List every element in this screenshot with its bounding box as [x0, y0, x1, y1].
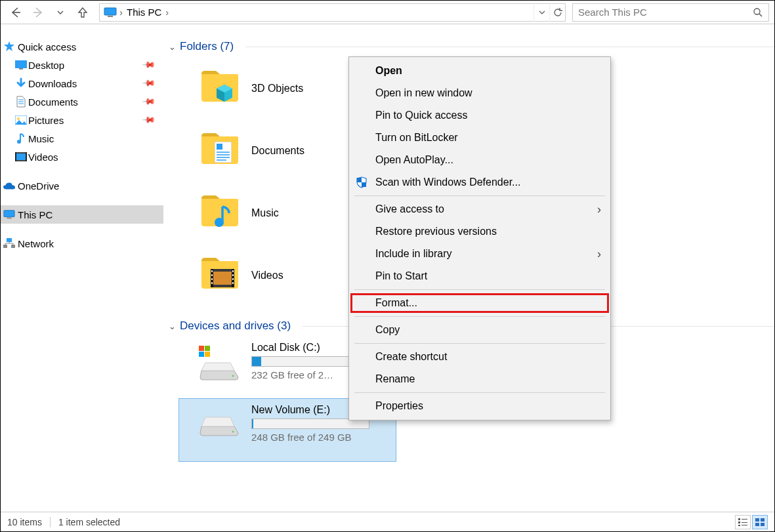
cloud-icon [3, 180, 15, 192]
chevron-right-icon[interactable]: › [119, 7, 123, 18]
svg-point-39 [232, 430, 234, 432]
cm-pin-qa[interactable]: Pin to Quick access [349, 104, 610, 127]
status-bar: 10 items 1 item selected [1, 512, 774, 531]
sidebar-item-videos[interactable]: Videos [1, 148, 163, 166]
chevron-right-icon: › [597, 247, 601, 261]
music-icon [15, 133, 27, 144]
svg-rect-31 [232, 278, 234, 280]
svg-rect-14 [7, 218, 11, 219]
back-button[interactable] [6, 3, 26, 22]
svg-rect-49 [761, 518, 765, 522]
status-item-count: 10 items [7, 517, 42, 527]
svg-rect-42 [738, 518, 740, 520]
svg-rect-44 [738, 522, 740, 523]
sidebar-item-music[interactable]: Music [1, 129, 163, 148]
cm-open[interactable]: Open [349, 60, 610, 82]
svg-rect-5 [19, 68, 23, 70]
sidebar-onedrive[interactable]: OneDrive [1, 176, 163, 195]
forward-button[interactable] [28, 3, 48, 22]
svg-rect-25 [211, 270, 213, 272]
svg-rect-16 [3, 245, 7, 248]
shield-icon [354, 176, 369, 188]
view-details-button[interactable] [735, 515, 751, 529]
svg-rect-36 [199, 352, 204, 357]
svg-rect-40 [357, 178, 362, 182]
svg-rect-35 [205, 346, 210, 351]
svg-rect-12 [26, 152, 27, 161]
address-bar[interactable]: › This PC › [99, 3, 566, 22]
cm-defender[interactable]: Scan with Windows Defender... [349, 171, 610, 194]
folder-icon [200, 256, 240, 295]
sidebar-item-documents[interactable]: Documents 📌 [1, 92, 163, 111]
svg-rect-32 [232, 282, 234, 284]
svg-rect-1 [108, 16, 113, 17]
svg-rect-15 [7, 238, 12, 242]
cm-format[interactable]: Format... [349, 292, 610, 314]
svg-rect-45 [742, 522, 747, 523]
svg-rect-19 [217, 144, 222, 150]
svg-point-20 [215, 218, 224, 227]
sidebar-quick-access[interactable]: Quick access [1, 37, 163, 56]
section-folders[interactable]: ⌄ Folders (7) [169, 40, 774, 53]
svg-rect-29 [232, 270, 234, 272]
address-dropdown[interactable] [534, 3, 549, 22]
svg-rect-27 [211, 278, 213, 280]
pictures-icon [15, 114, 27, 126]
svg-rect-28 [211, 282, 213, 284]
sidebar-item-pictures[interactable]: Pictures 📌 [1, 111, 163, 129]
cm-restore[interactable]: Restore previous versions [349, 220, 610, 243]
up-button[interactable] [73, 3, 93, 22]
sidebar-item-downloads[interactable]: Downloads 📌 [1, 74, 163, 92]
sidebar-item-desktop[interactable]: Desktop 📌 [1, 56, 163, 74]
pin-icon: 📌 [142, 94, 156, 109]
svg-rect-34 [199, 346, 204, 351]
svg-point-2 [754, 9, 760, 14]
search-input[interactable]: Search This PC [572, 3, 769, 22]
folder-icon [200, 131, 240, 171]
svg-rect-47 [742, 525, 747, 525]
svg-rect-46 [738, 525, 740, 526]
svg-rect-51 [761, 523, 765, 526]
sidebar-network[interactable]: Network [1, 234, 163, 253]
download-icon [15, 77, 27, 89]
sidebar-thispc[interactable]: This PC [1, 205, 163, 224]
cm-give-access[interactable]: Give access to› [349, 198, 610, 220]
folder-icon [200, 69, 240, 108]
folder-icon [200, 194, 240, 233]
pin-icon: 📌 [142, 58, 156, 72]
svg-rect-50 [755, 523, 759, 526]
recent-dropdown[interactable] [51, 3, 70, 22]
svg-point-8 [17, 140, 21, 144]
refresh-button[interactable] [549, 3, 565, 22]
cm-rename[interactable]: Rename [349, 368, 610, 390]
navigation-pane: Quick access Desktop 📌 Downloads 📌 Docum… [1, 24, 163, 512]
svg-rect-10 [16, 153, 26, 160]
address-location[interactable]: This PC [124, 7, 164, 18]
chevron-down-icon: ⌄ [169, 42, 176, 52]
search-icon [753, 7, 763, 18]
thispc-icon [102, 5, 118, 20]
videos-icon [15, 151, 27, 163]
pin-icon: 📌 [142, 113, 156, 127]
svg-rect-41 [362, 182, 366, 187]
cm-autoplay[interactable]: Open AutoPlay... [349, 149, 610, 171]
cm-pin-start[interactable]: Pin to Start [349, 265, 610, 287]
view-tiles-button[interactable] [752, 515, 768, 529]
cm-bitlocker[interactable]: Turn on BitLocker [349, 127, 610, 149]
svg-point-7 [17, 117, 20, 120]
cm-copy[interactable]: Copy [349, 319, 610, 341]
svg-line-3 [759, 14, 762, 16]
cm-open-window[interactable]: Open in new window [349, 82, 610, 104]
star-icon [3, 41, 15, 52]
thispc-icon [3, 209, 15, 220]
svg-rect-43 [742, 519, 747, 520]
search-placeholder: Search This PC [578, 7, 753, 18]
drive-icon [199, 408, 240, 441]
network-icon [3, 237, 15, 249]
chevron-right-icon[interactable]: › [165, 7, 169, 18]
cm-include-lib[interactable]: Include in library› [349, 243, 610, 265]
chevron-right-icon: › [597, 203, 601, 216]
cm-shortcut[interactable]: Create shortcut [349, 346, 610, 368]
svg-point-38 [232, 375, 234, 377]
cm-properties[interactable]: Properties [349, 395, 610, 417]
